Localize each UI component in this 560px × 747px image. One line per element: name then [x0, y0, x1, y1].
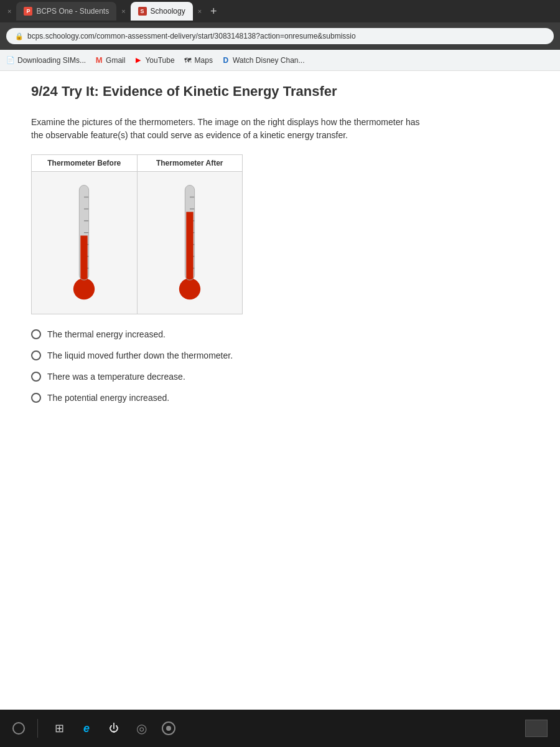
answer-option-2[interactable]: The liquid moved further down the thermo… — [31, 350, 529, 360]
tab-bcps-one[interactable]: P BCPS One - Students — [16, 2, 116, 21]
taskbar-grid-icon[interactable]: ⊞ — [50, 720, 68, 737]
question-body: Examine the pictures of the thermometers… — [0, 110, 560, 415]
maps-icon: 🗺 — [184, 56, 192, 65]
tab1-label: BCPS One - Students — [36, 7, 109, 16]
bookmark-sims-label: Downloading SIMs... — [17, 56, 86, 65]
disney-icon: D — [222, 56, 230, 65]
thermometer-after-svg — [171, 179, 208, 304]
answer-text-2: The liquid moved further down the thermo… — [47, 350, 233, 360]
answer-option-3[interactable]: There was a temperature decrease. — [31, 372, 529, 382]
tab3-close[interactable]: × — [195, 5, 204, 17]
taskbar-power-icon[interactable]: ⏻ — [105, 720, 123, 737]
bookmark-youtube-label: YouTube — [145, 56, 174, 65]
tab1-icon: P — [24, 7, 32, 16]
question-text: Examine the pictures of the thermometers… — [31, 116, 529, 142]
taskbar-edge-icon[interactable]: e — [78, 720, 95, 737]
tab-bar: × P BCPS One - Students × S Schoology × … — [0, 0, 560, 22]
radio-1[interactable] — [31, 329, 41, 339]
thermometer-after — [171, 179, 208, 304]
tab-schoology[interactable]: S Schoology — [131, 2, 193, 21]
url-text: bcps.schoology.com/common-assessment-del… — [27, 32, 356, 40]
radio-4[interactable] — [31, 393, 41, 403]
svg-point-23 — [166, 726, 171, 731]
taskbar-divider-1 — [37, 719, 38, 738]
page-content: 9/24 Try It: Evidence of Kinetic Energy … — [0, 71, 560, 710]
bookmark-youtube[interactable]: ▶ YouTube — [134, 56, 174, 65]
svg-rect-19 — [186, 212, 193, 280]
answer-options: The thermal energy increased. The liquid… — [31, 329, 529, 403]
tab2-icon: S — [138, 7, 147, 16]
bookmark-gmail-label: Gmail — [106, 56, 125, 65]
col-header-before: Thermometer Before — [32, 155, 138, 172]
bookmark-downloading-sims[interactable]: 📄 Downloading SIMs... — [6, 56, 86, 65]
thermometer-before-svg — [65, 179, 103, 304]
taskbar-preview[interactable] — [525, 720, 548, 737]
answer-text-1: The thermal energy increased. — [47, 329, 166, 339]
question-line2: the observable feature(s) that could ser… — [31, 130, 348, 140]
bookmark-disney[interactable]: D Watch Disney Chan... — [222, 56, 305, 65]
bookmark-gmail[interactable]: M Gmail — [95, 56, 125, 65]
question-line1: Examine the pictures of the thermometers… — [31, 117, 420, 127]
youtube-icon: ▶ — [134, 56, 142, 65]
address-bar-row: 🔒 bcps.schoology.com/common-assessment-d… — [0, 22, 560, 50]
answer-text-3: There was a temperature decrease. — [47, 372, 185, 382]
tab2-label: Schoology — [151, 7, 185, 16]
browser-chrome: × P BCPS One - Students × S Schoology × … — [0, 0, 560, 71]
taskbar-circle-icon[interactable]: ◎ — [133, 720, 150, 737]
tab1-close[interactable]: × — [5, 5, 14, 17]
thermometer-after-cell — [137, 172, 243, 314]
thermometer-before — [65, 179, 103, 304]
taskbar: ⊞ e ⏻ ◎ — [0, 710, 560, 747]
start-button[interactable] — [12, 722, 25, 735]
page-title: 9/24 Try It: Evidence of Kinetic Energy … — [0, 71, 560, 110]
thermometer-before-cell — [32, 172, 138, 314]
answer-text-4: The potential energy increased. — [47, 393, 169, 403]
sims-icon: 📄 — [6, 56, 15, 65]
radio-3[interactable] — [31, 372, 41, 382]
address-bar[interactable]: 🔒 bcps.schoology.com/common-assessment-d… — [6, 28, 554, 44]
new-tab-button[interactable]: + — [207, 4, 221, 19]
thermometer-table: Thermometer Before Thermometer After — [31, 154, 243, 314]
gmail-icon: M — [95, 56, 103, 65]
svg-point-9 — [73, 278, 95, 299]
svg-rect-8 — [81, 235, 88, 280]
col-header-after: Thermometer After — [137, 155, 243, 172]
svg-point-20 — [179, 278, 200, 299]
bookmark-maps-label: Maps — [195, 56, 213, 65]
tab2-close[interactable]: × — [119, 5, 128, 17]
lock-icon: 🔒 — [15, 32, 24, 40]
taskbar-chrome-icon[interactable] — [160, 720, 177, 737]
bookmark-disney-label: Watch Disney Chan... — [233, 56, 305, 65]
bookmark-maps[interactable]: 🗺 Maps — [184, 56, 213, 65]
answer-option-4[interactable]: The potential energy increased. — [31, 393, 529, 403]
radio-2[interactable] — [31, 350, 41, 360]
answer-option-1[interactable]: The thermal energy increased. — [31, 329, 529, 339]
bookmarks-bar: 📄 Downloading SIMs... M Gmail ▶ YouTube … — [0, 50, 560, 71]
